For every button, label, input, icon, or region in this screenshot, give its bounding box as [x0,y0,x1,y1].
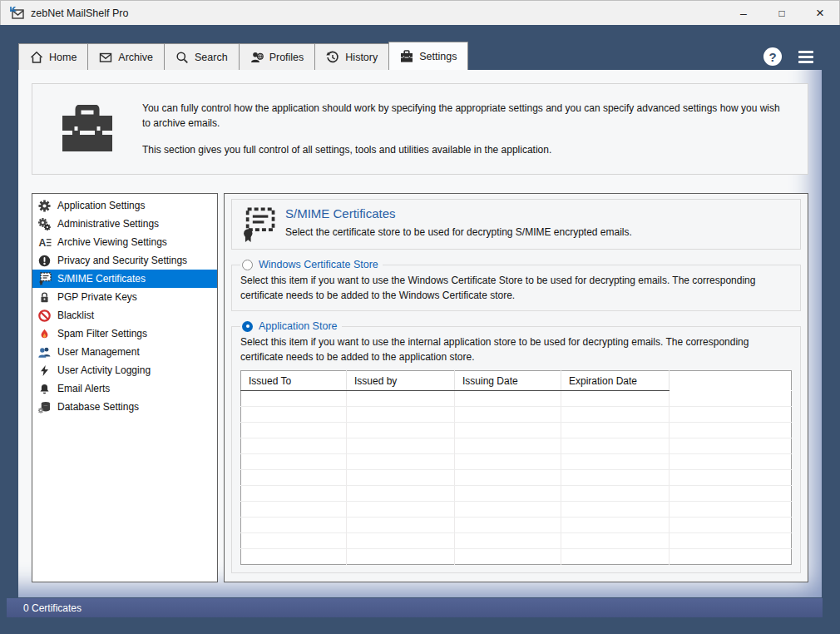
toolbox-large-icon [61,105,114,153]
table-row[interactable] [241,486,792,502]
sidebar-item-label: PGP Private Keys [57,291,137,303]
gears-icon [37,217,52,230]
radio-label: Windows Certificate Store [259,259,378,270]
gear-icon [37,199,52,212]
windows-certificate-store-option[interactable]: Windows Certificate Store [240,259,383,270]
table-cell [455,549,561,565]
column-header-issued-by[interactable]: Issued by [347,371,455,391]
table-row[interactable] [241,454,792,470]
table-cell [561,407,670,423]
app-logo-icon [10,7,24,20]
certificates-table[interactable]: Issued To Issued by Issuing Date Expirat… [240,370,792,565]
column-header-issuing-date[interactable]: Issuing Date [455,371,561,391]
minimize-button[interactable]: – [724,1,763,25]
tab-actions: ? [763,47,813,66]
table-cell [241,486,347,502]
sidebar-item-database-settings[interactable]: Database Settings [32,398,217,416]
table-row[interactable] [241,407,792,423]
table-cell [347,518,455,533]
table-header-row: Issued To Issued by Issuing Date Expirat… [241,371,792,391]
settings-page: You can fully control how the applicatio… [18,70,822,597]
table-cell [561,486,670,502]
smime-settings-panel: S/MIME Certificates Select the certifica… [224,193,808,582]
column-header-expiration-date[interactable]: Expiration Date [561,371,670,391]
table-row[interactable] [241,533,792,549]
table-row[interactable] [241,518,792,533]
table-cell [561,533,670,549]
sidebar-item-label: Blacklist [57,310,94,321]
sidebar-item-archive-viewing-settings[interactable]: A Archive Viewing Settings [32,233,217,251]
sidebar-item-pgp-private-keys[interactable]: PGP Private Keys [32,288,217,306]
application-store-group: Application Store Select this item if yo… [231,320,801,573]
table-cell [241,502,347,518]
tab-history[interactable]: History [314,43,389,70]
table-cell [347,502,455,518]
column-header-empty [670,371,792,391]
frame: Home Archive Search [0,25,840,634]
table-cell [455,407,561,423]
help-icon[interactable]: ? [763,47,782,66]
table-row[interactable] [241,502,792,518]
window-controls: – □ × [724,1,839,25]
tab-settings[interactable]: Settings [388,42,468,70]
sidebar-item-spam-filter-settings[interactable]: Spam Filter Settings [32,324,217,343]
table-cell [670,486,792,502]
table-row[interactable] [241,423,792,438]
table-cell [455,502,561,518]
sidebar-item-privacy-security-settings[interactable]: Privacy and Security Settings [32,251,217,270]
table-cell [241,454,347,470]
sidebar-item-label: Database Settings [57,401,139,413]
radio-windows-certificate-store[interactable] [242,260,253,270]
sidebar-item-label: Application Settings [57,200,145,211]
certificate-icon [37,272,52,285]
sidebar-item-application-settings[interactable]: Application Settings [32,196,217,215]
tab-label: History [345,52,378,63]
table-cell [241,407,347,423]
tab-archive[interactable]: Archive [87,43,165,70]
profiles-icon [250,51,264,64]
table-cell [241,423,347,438]
tab-home[interactable]: Home [18,43,88,70]
application-store-description: Select this item if you want to use the … [240,334,792,364]
maximize-button[interactable]: □ [763,1,801,25]
sidebar-item-label: Spam Filter Settings [57,328,147,339]
table-cell [347,470,455,486]
table-cell [561,391,670,407]
table-cell [670,407,792,423]
status-bar: 0 Certificates [7,598,823,617]
table-cell [455,454,561,470]
history-icon [326,51,339,64]
table-cell [455,423,561,438]
flame-icon [37,327,52,340]
sidebar-item-label: Administrative Settings [57,218,159,230]
table-cell [670,391,792,407]
table-cell [670,518,792,533]
windows-certificate-store-group: Windows Certificate Store Select this it… [231,259,801,311]
table-row[interactable] [241,391,792,407]
table-row[interactable] [241,470,792,486]
close-button[interactable]: × [801,1,839,25]
tab-profiles[interactable]: Profiles [239,43,316,70]
panel-header: S/MIME Certificates Select the certifica… [231,199,801,250]
database-gear-icon [37,400,52,414]
sidebar-item-email-alerts[interactable]: Email Alerts [32,379,217,398]
sidebar-item-user-management[interactable]: User Management [32,343,217,361]
table-cell [455,518,561,533]
table-row[interactable] [241,549,792,565]
sidebar-item-blacklist[interactable]: Blacklist [32,306,217,324]
tab-label: Home [49,52,77,63]
sidebar-item-administrative-settings[interactable]: Administrative Settings [32,215,217,233]
tab-search[interactable]: Search [164,43,240,70]
sidebar-item-smime-certificates[interactable]: S/MIME Certificates [32,270,217,288]
application-store-option[interactable]: Application Store [240,320,342,332]
column-header-issued-to[interactable]: Issued To [241,371,347,391]
table-row[interactable] [241,438,792,454]
table-cell [455,533,561,549]
toolbox-icon [400,50,413,63]
radio-application-store[interactable] [242,321,253,332]
tab-label: Settings [419,51,457,62]
sidebar-item-user-activity-logging[interactable]: User Activity Logging [32,361,217,379]
hamburger-menu-icon[interactable] [798,51,813,63]
windows-store-description: Select this item if you want to use the … [240,273,792,303]
table-cell [561,549,670,565]
